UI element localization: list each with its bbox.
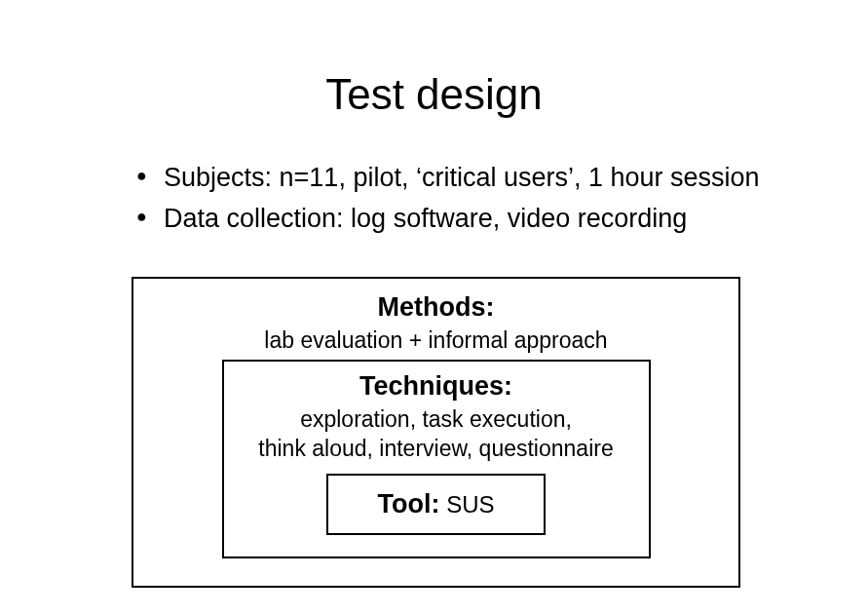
list-item: Data collection: log software, video rec… (136, 201, 868, 236)
bullet-list: Subjects: n=11, pilot, ‘critical users’,… (0, 160, 868, 237)
nested-boxes: Methods: lab evaluation + informal appro… (132, 277, 740, 588)
slide: Test design Subjects: n=11, pilot, ‘crit… (0, 0, 868, 614)
tool-value: SUS (446, 491, 494, 518)
list-item: Subjects: n=11, pilot, ‘critical users’,… (136, 160, 868, 195)
techniques-box: Techniques: exploration, task execution,… (222, 360, 651, 558)
tool-label: Tool: (378, 489, 440, 518)
techniques-desc: exploration, task execution,think aloud,… (244, 405, 629, 464)
tool-box: Tool: SUS (326, 474, 546, 535)
techniques-label: Techniques: (244, 371, 629, 402)
slide-title: Test design (0, 0, 868, 119)
tool-line: Tool: SUS (378, 491, 495, 518)
methods-box: Methods: lab evaluation + informal appro… (132, 277, 740, 588)
methods-label: Methods: (163, 292, 709, 323)
methods-desc: lab evaluation + informal approach (163, 326, 709, 356)
